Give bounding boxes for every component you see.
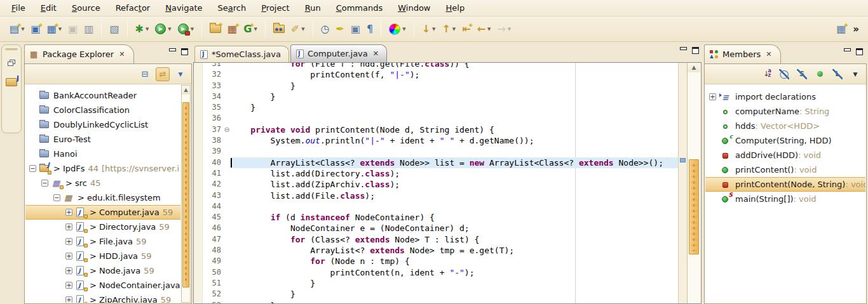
dropdown-arrow-icon[interactable]: ▼ xyxy=(452,27,456,32)
package-explorer-scrollbar[interactable]: ▲ xyxy=(181,85,191,303)
minimize-button[interactable] xyxy=(844,48,851,54)
expand-icon[interactable]: + xyxy=(65,253,72,260)
menu-window[interactable]: Window xyxy=(390,1,438,15)
member-printcontent-[interactable]: printContent() : void xyxy=(705,162,865,177)
expand-icon[interactable]: + xyxy=(65,282,72,289)
restore-views-button[interactable] xyxy=(4,55,19,70)
new-java-project-button[interactable]: ✦ xyxy=(207,20,224,38)
maximize-button[interactable] xyxy=(856,48,863,55)
menu-run[interactable]: Run xyxy=(297,1,329,15)
show-selected-element-button[interactable]: ▣ xyxy=(348,20,363,38)
overview-ruler[interactable] xyxy=(678,63,687,303)
code-line-47[interactable]: for (Class<? extends Node> T : list) { xyxy=(231,234,678,245)
print-button[interactable]: ▥ xyxy=(81,20,96,38)
expand-icon[interactable]: + xyxy=(709,93,716,100)
hide-nonpublic-button[interactable] xyxy=(813,67,827,81)
member-computer-string-hdd-[interactable]: cComputer(String, HDD) xyxy=(705,133,865,148)
debug-button[interactable]: ✱▼ xyxy=(133,20,152,38)
tree-item-euro-test[interactable]: Euro-Test xyxy=(25,132,180,147)
menu-commands[interactable]: Commands xyxy=(329,1,391,15)
code-line-36[interactable] xyxy=(231,113,678,124)
last-edit-location-button[interactable]: ⇤✦ xyxy=(459,20,473,38)
run-button[interactable]: ▶▼ xyxy=(153,20,173,38)
code-line-49[interactable]: for (Node n : tmp) { xyxy=(231,256,678,267)
overview-annotation-mark[interactable] xyxy=(680,158,686,162)
tree-item-computer-java[interactable]: +>Computer.java59 xyxy=(25,205,180,220)
dropdown-arrow-icon[interactable]: ▼ xyxy=(487,27,491,32)
collapse-icon[interactable]: − xyxy=(53,194,60,201)
member-printcontent-node-string-[interactable]: printContent(Node, String) : void xyxy=(705,177,865,192)
code-line-40[interactable]: ArrayList<Class<? extends Node>> list = … xyxy=(231,157,678,168)
editor-scrollbar[interactable]: ▲ xyxy=(687,63,701,303)
member-import-declarations[interactable]: +≡import declarations xyxy=(705,89,865,104)
minimize-button[interactable] xyxy=(169,48,176,54)
code-line-45[interactable]: if (d instanceof NodeContainer) { xyxy=(231,212,678,223)
code-line-35[interactable]: } xyxy=(231,102,678,113)
code-line-42[interactable]: list.add(ZipArchiv.class); xyxy=(231,179,678,190)
tree-item-src[interactable]: −▦>src45 xyxy=(25,176,180,190)
close-tab-icon[interactable]: ✕ xyxy=(373,50,379,58)
code-line-52[interactable]: } xyxy=(231,289,678,300)
tree-item-doublylinkedcycliclist[interactable]: DoublyLinkedCyclicList xyxy=(25,117,180,132)
code-line-39[interactable] xyxy=(231,146,678,157)
tree-item-ziparchiv-java[interactable]: +>ZipArchiv.java59 xyxy=(25,293,180,303)
menu-project[interactable]: Project xyxy=(254,1,297,15)
member-computername[interactable]: computerName : String xyxy=(705,104,865,119)
menu-source[interactable]: Source xyxy=(64,1,108,15)
scrollbar-thumb[interactable] xyxy=(182,102,189,287)
expand-icon[interactable]: + xyxy=(65,209,72,216)
member-main-string-[interactable]: Smain(String[]) : void xyxy=(705,192,865,206)
java-perspective-button[interactable] xyxy=(4,74,19,89)
menu-help[interactable]: Help xyxy=(438,1,473,15)
menu-search[interactable]: Search xyxy=(210,1,254,15)
code-editor[interactable]: 3132333435363738394041424344454647484950… xyxy=(193,62,702,304)
new-package-button[interactable]: ▦✦ xyxy=(225,20,240,38)
new-wizard-button[interactable]: ▤✦▼ xyxy=(7,20,27,38)
scroll-up-icon[interactable]: ▲ xyxy=(688,63,700,72)
tree-item-hdd-java[interactable]: +>HDD.java59 xyxy=(25,249,180,263)
code-line-41[interactable]: list.add(Directory.class); xyxy=(231,168,678,179)
collapse-icon[interactable]: − xyxy=(29,165,36,172)
dropdown-arrow-icon[interactable]: ▼ xyxy=(432,27,435,32)
code-line-48[interactable]: ArrayList<? extends Node> tmp = e.get(T)… xyxy=(231,245,678,256)
hide-local-types-button[interactable]: L xyxy=(831,67,844,81)
new-class-button[interactable]: G✦▼ xyxy=(241,20,260,38)
member-hdds[interactable]: hdds : Vector<HDD> xyxy=(705,119,865,133)
open-type-button[interactable]: ●● xyxy=(271,20,287,38)
annotation-ruler[interactable] xyxy=(194,63,203,303)
code-line-38[interactable]: System.out.println("|-" + ident + " " + … xyxy=(231,135,678,146)
hide-static-button[interactable]: S xyxy=(795,67,809,81)
tree-item-edu-kit-filesystem[interactable]: −▦>edu.kit.filesystem xyxy=(25,190,180,205)
show-whitespace-button[interactable]: ¶ xyxy=(364,20,376,38)
menu-refactor[interactable]: Refactor xyxy=(108,1,158,15)
fold-collapse-icon[interactable]: ⊖ xyxy=(223,124,231,135)
sort-button[interactable]: ↓az xyxy=(759,67,773,81)
run-last-tool-button[interactable]: ◷ xyxy=(318,20,332,38)
run-external-tools-button[interactable]: ▶▼ xyxy=(175,20,196,38)
view-menu-button[interactable]: ▼ xyxy=(848,67,862,81)
code-line-34[interactable]: } xyxy=(231,91,678,102)
maximize-button[interactable] xyxy=(181,48,188,55)
search-button[interactable]: ✐▼ xyxy=(288,20,308,38)
view-menu-button[interactable]: ▼ xyxy=(173,67,187,81)
folding-ruler[interactable]: ⊖ xyxy=(223,63,231,303)
tree-item-node-java[interactable]: +>Node.java59 xyxy=(25,263,180,278)
members-tab[interactable]: Members ✕ xyxy=(704,44,781,63)
color-palette-button[interactable]: ▼ xyxy=(386,20,408,38)
code-line-37[interactable]: private void printContent(Node d, String… xyxy=(231,124,678,135)
code-line-51[interactable]: } xyxy=(231,278,678,289)
close-icon[interactable]: ✕ xyxy=(766,50,771,58)
code-line-33[interactable]: } xyxy=(231,81,678,91)
toolbar-overflow-button[interactable]: » xyxy=(849,23,863,35)
dropdown-arrow-icon[interactable]: ▼ xyxy=(402,27,405,32)
mark-occurrences-button[interactable]: ✒ xyxy=(334,20,347,38)
dropdown-arrow-icon[interactable]: ▼ xyxy=(191,27,194,32)
code-line-32[interactable]: printContent(f, "|-"); xyxy=(231,69,678,80)
expand-icon[interactable]: + xyxy=(65,223,72,230)
link-with-editor-button[interactable]: ⇄ xyxy=(156,67,170,81)
dropdown-arrow-icon[interactable]: ▼ xyxy=(146,27,149,32)
expand-icon[interactable]: + xyxy=(65,296,72,303)
dropdown-arrow-icon[interactable]: ▼ xyxy=(168,27,171,32)
tree-item-nodecontainer-java[interactable]: +>NodeContainer.java xyxy=(25,278,180,293)
package-explorer-tab[interactable]: ▦ Package Explorer ✕ xyxy=(24,44,134,63)
